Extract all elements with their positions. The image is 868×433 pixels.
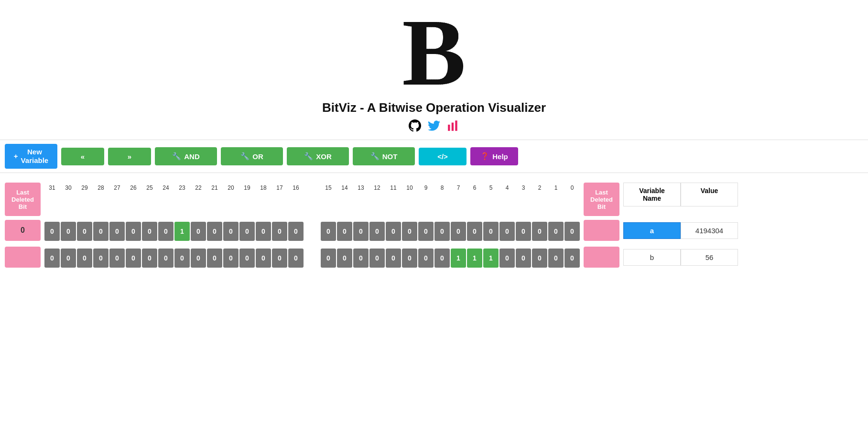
and-button[interactable]: 🔧 AND bbox=[155, 147, 217, 165]
bit-cell-right-4-a[interactable]: 0 bbox=[386, 222, 401, 241]
bit-cell-left-14-a[interactable]: 0 bbox=[272, 222, 287, 241]
bit-cell-left-12-a[interactable]: 0 bbox=[239, 222, 255, 241]
bits-left-b: 0000000000000000 bbox=[44, 249, 304, 268]
bit-cell-left-12-b[interactable]: 0 bbox=[239, 249, 255, 268]
bit-cell-right-14-a[interactable]: 0 bbox=[548, 222, 564, 241]
bit-number-6: 6 bbox=[467, 183, 482, 193]
app-header: B BitViz - A Bitwise Operation Visualize… bbox=[0, 0, 868, 140]
twitter-icon[interactable] bbox=[427, 119, 441, 132]
bit-cell-right-3-a[interactable]: 0 bbox=[369, 222, 385, 241]
bit-cell-right-11-b[interactable]: 0 bbox=[499, 249, 515, 268]
shift-right-button[interactable]: » bbox=[108, 148, 151, 165]
bit-cell-right-5-a[interactable]: 0 bbox=[402, 222, 417, 241]
bit-cell-left-9-a[interactable]: 0 bbox=[191, 222, 206, 241]
bit-cell-left-5-b[interactable]: 0 bbox=[126, 249, 141, 268]
bit-number-7: 7 bbox=[451, 183, 466, 193]
bit-cell-left-6-a[interactable]: 0 bbox=[142, 222, 157, 241]
bit-cell-left-11-b[interactable]: 0 bbox=[223, 249, 239, 268]
bit-cell-left-8-b[interactable]: 0 bbox=[174, 249, 190, 268]
bit-number-22: 22 bbox=[191, 183, 206, 193]
var-left-label-a: 0 bbox=[5, 220, 41, 241]
bit-cell-right-10-b[interactable]: 1 bbox=[483, 249, 499, 268]
bit-cell-left-13-b[interactable]: 0 bbox=[256, 249, 271, 268]
bit-cell-left-7-a[interactable]: 0 bbox=[158, 222, 174, 241]
help-button[interactable]: ❓ Help bbox=[470, 147, 518, 165]
bit-cell-left-10-a[interactable]: 0 bbox=[207, 222, 222, 241]
bit-cell-left-3-a[interactable]: 0 bbox=[93, 222, 108, 241]
bit-cell-right-10-a[interactable]: 0 bbox=[483, 222, 499, 241]
bit-cell-left-5-a[interactable]: 0 bbox=[126, 222, 141, 241]
bit-cell-left-10-b[interactable]: 0 bbox=[207, 249, 222, 268]
wrench-icon-not: 🔧 bbox=[370, 152, 380, 161]
bit-cell-right-15-b[interactable]: 0 bbox=[564, 249, 580, 268]
var-col-name-header: VariableName bbox=[623, 183, 681, 206]
svg-rect-1 bbox=[452, 123, 454, 131]
social-links bbox=[408, 119, 460, 132]
bit-cell-left-4-a[interactable]: 0 bbox=[109, 222, 125, 241]
bit-cell-right-14-b[interactable]: 0 bbox=[548, 249, 564, 268]
bit-cell-right-5-b[interactable]: 0 bbox=[402, 249, 417, 268]
bit-number-12: 12 bbox=[369, 183, 385, 193]
bit-cell-left-1-a[interactable]: 0 bbox=[61, 222, 76, 241]
bit-number-1: 1 bbox=[548, 183, 564, 193]
code-button[interactable]: </> bbox=[419, 148, 467, 165]
bit-cell-right-6-a[interactable]: 0 bbox=[418, 222, 434, 241]
and-label: AND bbox=[184, 152, 200, 161]
new-variable-button[interactable]: + NewVariable bbox=[5, 144, 57, 169]
code-label: </> bbox=[437, 152, 448, 161]
bit-cell-right-13-a[interactable]: 0 bbox=[532, 222, 547, 241]
bit-cell-left-3-b[interactable]: 0 bbox=[93, 249, 108, 268]
bit-cell-left-7-b[interactable]: 0 bbox=[158, 249, 174, 268]
bit-cell-right-8-a[interactable]: 0 bbox=[451, 222, 466, 241]
plus-icon: + bbox=[14, 152, 18, 161]
bit-number-17: 17 bbox=[272, 183, 287, 193]
shift-left-button[interactable]: « bbox=[61, 148, 104, 165]
bit-cell-right-12-b[interactable]: 0 bbox=[516, 249, 531, 268]
chart-icon[interactable] bbox=[446, 119, 460, 132]
bit-cell-right-7-b[interactable]: 0 bbox=[434, 249, 450, 268]
bit-cell-right-3-b[interactable]: 0 bbox=[369, 249, 385, 268]
bit-cell-right-0-a[interactable]: 0 bbox=[321, 222, 336, 241]
bit-cell-left-9-b[interactable]: 0 bbox=[191, 249, 206, 268]
bit-number-23: 23 bbox=[174, 183, 190, 193]
bit-cell-right-15-a[interactable]: 0 bbox=[564, 222, 580, 241]
bit-cell-left-11-a[interactable]: 0 bbox=[223, 222, 239, 241]
wrench-icon-xor: 🔧 bbox=[304, 152, 313, 161]
bit-cell-left-13-a[interactable]: 0 bbox=[256, 222, 271, 241]
bit-cell-right-1-b[interactable]: 0 bbox=[337, 249, 352, 268]
bit-cell-left-0-a[interactable]: 0 bbox=[44, 222, 60, 241]
last-deleted-right-b bbox=[584, 247, 619, 268]
bit-number-18: 18 bbox=[256, 183, 271, 193]
bit-cell-right-4-b[interactable]: 0 bbox=[386, 249, 401, 268]
bit-cell-right-2-b[interactable]: 0 bbox=[353, 249, 369, 268]
bit-cell-right-9-a[interactable]: 0 bbox=[467, 222, 482, 241]
var-col-value-header: Value bbox=[681, 183, 738, 206]
xor-button[interactable]: 🔧 XOR bbox=[287, 147, 349, 165]
bit-cell-left-2-b[interactable]: 0 bbox=[77, 249, 92, 268]
bit-cell-left-14-b[interactable]: 0 bbox=[272, 249, 287, 268]
new-variable-label: NewVariable bbox=[21, 148, 49, 165]
bit-cell-right-9-b[interactable]: 1 bbox=[467, 249, 482, 268]
shift-left-label: « bbox=[81, 152, 85, 161]
bit-cell-left-15-b[interactable]: 0 bbox=[288, 249, 304, 268]
bit-cell-left-8-a[interactable]: 1 bbox=[174, 222, 190, 241]
bit-cell-left-1-b[interactable]: 0 bbox=[61, 249, 76, 268]
bit-cell-left-4-b[interactable]: 0 bbox=[109, 249, 125, 268]
bit-cell-right-1-a[interactable]: 0 bbox=[337, 222, 352, 241]
bit-cell-right-8-b[interactable]: 1 bbox=[451, 249, 466, 268]
not-label: NOT bbox=[382, 152, 398, 161]
bit-cell-right-7-a[interactable]: 0 bbox=[434, 222, 450, 241]
bit-cell-right-2-a[interactable]: 0 bbox=[353, 222, 369, 241]
bit-cell-right-0-b[interactable]: 0 bbox=[321, 249, 336, 268]
or-button[interactable]: 🔧 OR bbox=[221, 147, 283, 165]
bit-cell-right-6-b[interactable]: 0 bbox=[418, 249, 434, 268]
bit-cell-left-0-b[interactable]: 0 bbox=[44, 249, 60, 268]
bit-cell-left-6-b[interactable]: 0 bbox=[142, 249, 157, 268]
bit-cell-left-2-a[interactable]: 0 bbox=[77, 222, 92, 241]
bit-cell-left-15-a[interactable]: 0 bbox=[288, 222, 304, 241]
bit-cell-right-11-a[interactable]: 0 bbox=[499, 222, 515, 241]
bit-cell-right-13-b[interactable]: 0 bbox=[532, 249, 547, 268]
github-icon[interactable] bbox=[408, 119, 422, 132]
not-button[interactable]: 🔧 NOT bbox=[353, 147, 415, 165]
bit-cell-right-12-a[interactable]: 0 bbox=[516, 222, 531, 241]
